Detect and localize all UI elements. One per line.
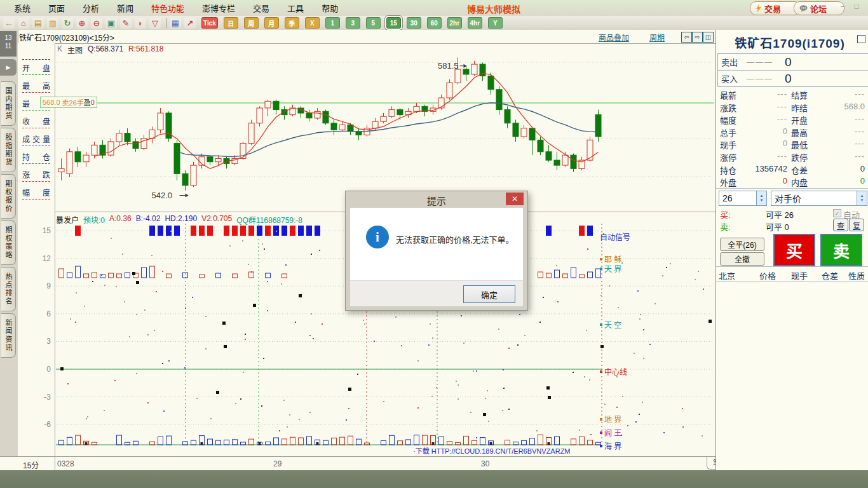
value-dash xyxy=(22,128,50,128)
overlay-icon[interactable]: ▣ xyxy=(105,18,117,29)
sidebar-tab-新闻资讯[interactable]: 新闻资讯 xyxy=(1,313,16,358)
menu-item-分析[interactable]: 分析 xyxy=(74,2,108,14)
quote-title: 铁矿石1709(i1709) xyxy=(716,34,864,51)
quote-label: 开盘 xyxy=(791,114,808,126)
download-link-text: ·下载 HTTP://CLOUD.189.CN/T/ER6BVNVZARZM xyxy=(413,445,571,456)
menu-item-新闻[interactable]: 新闻 xyxy=(108,2,142,14)
period-button-周[interactable]: 周 xyxy=(244,17,259,29)
marker-text: 卖26手 xyxy=(62,97,84,107)
period-link[interactable]: 周期 xyxy=(649,32,665,43)
menu-item-页面[interactable]: 页面 xyxy=(39,2,74,14)
period-button-30[interactable]: 30 xyxy=(407,17,421,29)
repeat-button[interactable]: 复 xyxy=(849,219,864,231)
close-button[interactable]: × xyxy=(865,3,868,10)
bullet-icon xyxy=(600,445,602,447)
split-view-icon[interactable]: ◫ xyxy=(703,32,714,43)
sidebar-tab-股指期货[interactable]: 股指期货 xyxy=(1,128,16,172)
stepper-arrows-icon[interactable]: ▲▼ xyxy=(756,191,766,205)
quote-row: 最新---结算--- xyxy=(716,88,868,100)
sidebar-tab-热点排名[interactable]: 热点排名 xyxy=(1,267,16,311)
legend-item: Q:568.371 xyxy=(88,44,123,55)
period-button-日[interactable]: 日 xyxy=(224,17,238,29)
maximize-button[interactable]: □ xyxy=(851,3,862,10)
auto-checkbox[interactable]: ✓ xyxy=(833,209,841,217)
trade-button[interactable]: 交易 xyxy=(750,1,801,15)
period-button-5[interactable]: 5 xyxy=(366,17,381,29)
marker-num: 0 xyxy=(91,98,95,106)
sidebar-tab-期权报价[interactable]: 期权报价 xyxy=(1,174,16,219)
main-kline-chart[interactable]: 581.5542.0 xyxy=(55,43,715,212)
forum-button[interactable]: 论坛 xyxy=(794,1,844,15)
period-button-60[interactable]: 60 xyxy=(427,17,442,29)
price-mode-select[interactable]: 对手价 ▲▼ xyxy=(771,191,867,206)
indicator-param: B:-4.02 xyxy=(136,214,161,225)
back-icon[interactable]: ← xyxy=(3,18,15,29)
cancel-all-button[interactable]: 全撤 xyxy=(720,252,764,266)
window-controls: − □ × xyxy=(837,3,868,10)
value-dash xyxy=(22,146,50,146)
menu-item-特色功能[interactable]: 特色功能 xyxy=(142,2,193,14)
rail-expand-arrow[interactable]: ▶ xyxy=(0,59,17,76)
nav-right-icon[interactable]: ⇨ xyxy=(692,32,703,43)
news-icon[interactable]: ▤ xyxy=(32,18,44,29)
dialog-close-icon[interactable]: ✕ xyxy=(506,193,524,205)
zoom-out-icon[interactable]: ⊖ xyxy=(91,18,102,29)
closable-sell: 可平 0 xyxy=(766,220,789,233)
menu-item-系统[interactable]: 系统 xyxy=(5,2,39,14)
x-label-30: 30 xyxy=(481,459,489,468)
zoom-in-icon[interactable]: ⊕ xyxy=(76,18,88,29)
period-button-Tick[interactable]: Tick xyxy=(201,17,218,29)
quote-table-icon[interactable]: ▦ xyxy=(170,18,181,29)
filter-icon[interactable]: ▽ xyxy=(149,18,161,29)
quantity-stepper[interactable]: 26 ▲▼ xyxy=(719,191,767,206)
menu-item-澎博专栏[interactable]: 澎博专栏 xyxy=(193,2,244,14)
period-button-2hr[interactable]: 2hr xyxy=(447,17,462,29)
quote-label: 涨跌 xyxy=(720,102,736,114)
query-button[interactable]: 查 xyxy=(833,219,848,231)
menu-bar: 系统页面分析新闻特色功能澎博专栏交易工具帮助 博易大师模拟 交易 论坛 − □ … xyxy=(0,0,868,17)
bullet-icon xyxy=(600,431,602,434)
draw-icon[interactable]: ✎ xyxy=(120,18,132,29)
period-button-季[interactable]: 季 xyxy=(285,17,299,29)
period-button-月[interactable]: 月 xyxy=(264,17,279,29)
period-button-15[interactable]: 15 xyxy=(386,17,401,29)
paint-icon[interactable]: ◗ xyxy=(135,18,146,29)
indicator-param: A:0.36 xyxy=(109,214,132,225)
fund-icon[interactable]: ▥ xyxy=(47,18,58,29)
period-button-3[interactable]: 3 xyxy=(346,17,360,29)
bullet-icon xyxy=(600,418,602,421)
popout-icon[interactable] xyxy=(857,35,865,43)
sell-button[interactable]: 卖 xyxy=(820,234,862,266)
value-dash xyxy=(22,59,50,60)
app-title: 博易大师模拟 xyxy=(467,3,520,15)
indicator-label: 阎 王 xyxy=(600,427,621,438)
y-tick-6: 6 xyxy=(19,309,51,318)
nav-left-icon[interactable]: ⇦ xyxy=(681,32,692,43)
app-window: 系统页面分析新闻特色功能澎博专栏交易工具帮助 博易大师模拟 交易 论坛 − □ … xyxy=(0,0,868,488)
refresh-icon[interactable]: ↻ xyxy=(62,18,73,29)
select-arrows-icon[interactable]: ▲▼ xyxy=(857,191,867,205)
trend-icon[interactable]: ↗ xyxy=(184,18,196,29)
kline-svg: 581.5542.0 xyxy=(55,43,715,212)
quote-value: --- xyxy=(747,102,787,111)
menu-item-工具[interactable]: 工具 xyxy=(278,2,313,14)
minimize-button[interactable]: − xyxy=(837,3,848,10)
period-button-1[interactable]: 1 xyxy=(325,17,340,29)
svg-text:581.5: 581.5 xyxy=(438,61,459,71)
ok-button[interactable]: 确定 xyxy=(463,285,515,303)
sidebar-tab-国内期货[interactable]: 国内期货 xyxy=(1,81,16,126)
menu-item-交易[interactable]: 交易 xyxy=(244,2,278,14)
close-all-button[interactable]: 全平(26) xyxy=(720,238,764,251)
x-label-29: 29 xyxy=(273,459,281,468)
overlay-link[interactable]: 商品叠加 xyxy=(599,32,629,43)
period-label: 15分 xyxy=(23,459,39,470)
marker-price: 568.0 xyxy=(43,98,60,106)
sidebar-tab-期权策略[interactable]: 期权策略 xyxy=(1,220,16,265)
buy-button[interactable]: 买 xyxy=(773,234,815,266)
menu-item-帮助[interactable]: 帮助 xyxy=(313,2,347,14)
period-button-4hr[interactable]: 4hr xyxy=(468,17,482,29)
quote-row: 涨跌---昨结568.0 xyxy=(716,101,868,113)
period-button-X[interactable]: X xyxy=(305,17,320,29)
period-button-Y[interactable]: Y xyxy=(488,17,503,29)
home-icon[interactable]: ⌂ xyxy=(18,18,29,29)
